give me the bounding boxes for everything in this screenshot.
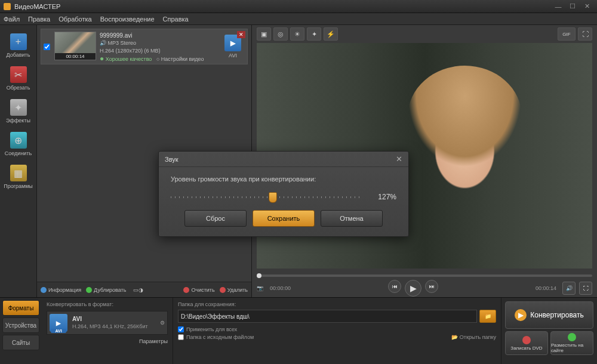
format-details: H.264, MP3 44,1 KHz, 256Кбит — [72, 323, 148, 329]
dialog-title: Звук — [165, 156, 179, 163]
menu-processing[interactable]: Обработка — [59, 16, 91, 23]
open-folder-link[interactable]: 📂 Открыть папку — [451, 334, 496, 340]
volume-value: 127% — [367, 193, 396, 201]
tool-effects-button[interactable]: ✦ — [307, 27, 321, 41]
menu-edit[interactable]: Правка — [28, 16, 50, 23]
item-codec: H.264 (1280x720) (6 MB) — [100, 47, 217, 55]
tab-formats[interactable]: Форматы — [2, 300, 39, 316]
upload-button[interactable]: Разместить на сайте — [550, 331, 593, 355]
format-selector[interactable]: ▶AVI AVIH.264, MP3 44,1 KHz, 256Кбит ⚙ — [47, 311, 168, 335]
tab-sites[interactable]: Сайты — [2, 335, 39, 350]
minimize-button[interactable]: — — [552, 2, 565, 11]
sound-dialog: Звук ✕ Уровень громкости звука при конве… — [158, 151, 409, 237]
info-button[interactable]: Информация — [41, 287, 81, 293]
dialog-close-button[interactable]: ✕ — [396, 155, 402, 164]
duplicate-button[interactable]: Дублировать — [86, 287, 126, 293]
sidebar-join-label: Соединить — [5, 150, 32, 156]
clear-icon — [183, 287, 189, 293]
prev-button[interactable]: ⏮ — [388, 280, 401, 293]
browse-button[interactable]: 📁 — [479, 310, 496, 323]
item-thumbnail: 00:00:14 — [54, 32, 96, 60]
item-audio: MP3 Stereo — [108, 40, 137, 46]
playback-controls: 📷 00:00:00 ⏮ ▶ ⏭ 00:00:14 🔊 ⛶ — [252, 279, 597, 297]
volume-button[interactable]: 🔊 — [562, 282, 576, 295]
sidebar-add-button[interactable]: +Добавить — [2, 30, 34, 61]
maximize-button[interactable]: ☐ — [566, 2, 579, 11]
item-format-label: AVI — [229, 53, 237, 58]
clear-button[interactable]: Очистить — [183, 287, 214, 293]
reset-button[interactable]: Сброс — [184, 210, 247, 227]
save-button[interactable]: Сохранить — [253, 210, 315, 227]
item-remove-button[interactable]: ✕ — [237, 31, 245, 38]
scissors-icon: ✂ — [10, 66, 27, 83]
seek-knob[interactable] — [257, 273, 261, 278]
item-checkbox[interactable] — [44, 44, 50, 50]
play-button[interactable]: ▶ — [405, 280, 421, 297]
app-title: ВидеоМАСТЕР — [14, 3, 550, 10]
save-folder-label: Папка для сохранения: — [178, 301, 496, 307]
save-path-input[interactable] — [178, 310, 477, 323]
toggle-switch[interactable]: ▭◑ — [133, 287, 143, 293]
sidebar-join-button[interactable]: ⊕Соединить — [2, 128, 34, 160]
slider-thumb[interactable] — [269, 192, 277, 203]
sidebar-cut-label: Обрезать — [7, 85, 30, 91]
format-panel: Конвертировать в формат: ▶AVI AVIH.264, … — [42, 298, 173, 364]
save-panel: Папка для сохранения: 📁 Применить для вс… — [173, 298, 501, 364]
seek-bar[interactable] — [257, 272, 592, 279]
tool-speed-button[interactable]: ⚡ — [324, 27, 338, 41]
expand-button[interactable]: ⛶ — [579, 282, 592, 295]
cancel-button[interactable]: Отмена — [321, 210, 383, 227]
join-icon: ⊕ — [10, 132, 27, 149]
bottom-panel: Форматы Устройства Сайты Конвертировать … — [0, 297, 597, 364]
delete-icon — [220, 287, 226, 293]
volume-slider[interactable]: 127% — [171, 191, 396, 203]
close-window-button[interactable]: ✕ — [580, 2, 593, 11]
parameters-link[interactable]: Параметры — [139, 338, 168, 344]
effects-icon: ✦ — [10, 99, 27, 116]
item-settings-link[interactable]: Настройки видео — [161, 56, 204, 62]
duplicate-icon — [86, 287, 92, 293]
list-footer: Информация Дублировать ▭◑ Очистить Удали… — [37, 282, 251, 297]
same-folder-label: Папка с исходным файлом — [186, 334, 254, 340]
item-quality: Хорошее качество — [106, 56, 152, 62]
delete-button[interactable]: Удалить — [220, 287, 248, 293]
tab-devices[interactable]: Устройства — [2, 317, 39, 333]
item-duration: 00:00:14 — [55, 53, 96, 60]
preview-toolbar: ▣ ◎ ☀ ✦ ⚡ GIF ⛶ — [252, 25, 597, 43]
tool-crop-button[interactable]: ▣ — [257, 27, 271, 41]
same-folder-checkbox[interactable] — [178, 334, 184, 340]
add-icon: + — [10, 33, 27, 50]
sidebar-fx-label: Эффекты — [6, 118, 30, 124]
video-item[interactable]: 00:00:14 9999999.avi 🔊 MP3 Stereo H.264 … — [41, 29, 248, 64]
menu-bar: Файл Правка Обработка Воспроизведение Сп… — [0, 13, 597, 25]
convert-icon: ▶ — [515, 309, 527, 321]
format-settings-button[interactable]: ⚙ — [160, 320, 165, 326]
next-button[interactable]: ⏭ — [425, 280, 438, 293]
menu-playback[interactable]: Воспроизведение — [100, 16, 155, 23]
apply-all-checkbox[interactable] — [178, 326, 184, 332]
tool-rotate-button[interactable]: ◎ — [273, 27, 288, 41]
convert-to-label: Конвертировать в формат: — [47, 301, 168, 307]
upload-icon — [568, 333, 576, 341]
sidebar-programs-button[interactable]: ▦Программы — [2, 161, 34, 193]
sidebar-cut-button[interactable]: ✂Обрезать — [2, 63, 34, 94]
burn-dvd-button[interactable]: Записать DVD — [505, 331, 548, 355]
menu-help[interactable]: Справка — [163, 16, 189, 23]
app-logo-icon — [4, 3, 11, 10]
sidebar-add-label: Добавить — [7, 52, 30, 58]
snapshot-button[interactable]: 📷 — [257, 285, 270, 291]
item-filename: 9999999.avi — [100, 32, 217, 39]
apply-all-label: Применить для всех — [186, 326, 237, 332]
fullscreen-button[interactable]: ⛶ — [578, 27, 592, 41]
dialog-titlebar[interactable]: Звук ✕ — [159, 152, 408, 167]
tool-brightness-button[interactable]: ☀ — [290, 27, 304, 41]
gif-button[interactable]: GIF — [558, 27, 576, 41]
sidebar-effects-button[interactable]: ✦Эффекты — [2, 95, 34, 127]
action-panel: ▶Конвертировать Записать DVD Разместить … — [501, 298, 597, 364]
volume-label: Уровень громкости звука при конвертирова… — [171, 175, 396, 183]
info-icon — [41, 287, 47, 293]
programs-icon: ▦ — [10, 165, 27, 181]
convert-button[interactable]: ▶Конвертировать — [505, 301, 593, 329]
sidebar-prog-label: Программы — [4, 183, 33, 189]
menu-file[interactable]: Файл — [4, 16, 20, 23]
